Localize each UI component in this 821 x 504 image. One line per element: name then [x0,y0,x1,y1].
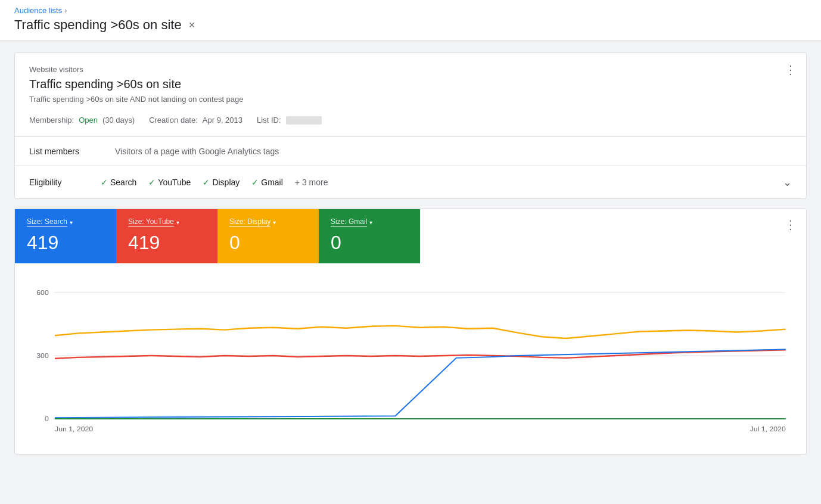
list-members-value: Visitors of a page with Google Analytics… [115,147,792,156]
stat-value-search: 419 [27,232,104,254]
eligibility-search: ✓ Search [101,178,136,187]
breadcrumb[interactable]: Audience lists › [14,6,807,15]
membership-days: (30 days) [102,116,135,125]
stat-tile-search[interactable]: Size: Search ▾ 419 [15,209,116,263]
stat-label-gmail: Size: Gmail ▾ [331,217,408,227]
breadcrumb-chevron-icon: › [64,7,67,15]
breadcrumb-label: Audience lists [14,6,62,15]
audience-card-body: ⋮ Website visitors Traffic spending >60s… [15,53,806,136]
stat-label-display: Size: Display ▾ [229,217,307,227]
chart-svg: 600 300 0 Jun 1, 2020 Jul 1, 2020 [29,275,792,436]
stat-tile-youtube[interactable]: Size: YouTube ▾ 419 [116,209,217,263]
search-size-line [55,326,786,338]
eligibility-display-label: Display [212,178,240,187]
eligibility-expand-icon[interactable]: ⌄ [783,176,792,189]
check-display-icon: ✓ [203,178,210,187]
svg-text:0: 0 [45,415,49,423]
audience-info-card: ⋮ Website visitors Traffic spending >60s… [14,52,807,199]
more-eligibility-label: + 3 more [295,178,328,187]
eligibility-search-label: Search [110,178,136,187]
stat-value-youtube: 419 [128,232,206,254]
chart-area: 600 300 0 Jun 1, 2020 Jul 1, 2020 [15,263,806,454]
youtube-size-line [55,350,786,358]
membership-status: Open [79,116,98,125]
stat-value-gmail: 0 [331,232,408,254]
svg-text:Jun 1, 2020: Jun 1, 2020 [55,425,94,434]
check-youtube-icon: ✓ [148,178,156,187]
check-gmail-icon: ✓ [251,178,259,187]
list-members-row: List members Visitors of a page with Goo… [15,136,806,166]
svg-text:600: 600 [36,288,49,297]
stats-card: Size: Search ▾ 419 Size: YouTube ▾ 419 S… [14,209,807,455]
main-content: ⋮ Website visitors Traffic spending >60s… [0,41,821,466]
stats-more-button[interactable]: ⋮ [785,217,797,232]
creation-date: Apr 9, 2013 [203,116,242,125]
stat-label-youtube: Size: YouTube ▾ [128,217,206,227]
display-size-line [55,349,786,418]
list-id-label: List ID: [257,116,281,125]
check-search-icon: ✓ [101,178,108,187]
eligibility-gmail-label: Gmail [261,178,283,187]
page-header: Audience lists › Traffic spending >60s o… [0,0,821,41]
page-title-row: Traffic spending >60s on site × [14,17,807,33]
eligibility-gmail: ✓ Gmail [251,178,283,187]
stat-label-search: Size: Search ▾ [27,217,104,227]
eligibility-items: ✓ Search ✓ YouTube ✓ Display ✓ Gmail + 3… [101,178,783,187]
audience-title: Traffic spending >60s on site [29,77,792,91]
eligibility-display: ✓ Display [203,178,240,187]
audience-type-label: Website visitors [29,65,792,74]
eligibility-youtube-label: YouTube [158,178,191,187]
stat-dropdown-youtube-icon: ▾ [176,219,179,226]
stat-tile-gmail[interactable]: Size: Gmail ▾ 0 [319,209,420,263]
stat-tile-display[interactable]: Size: Display ▾ 0 [217,209,319,263]
stats-header: Size: Search ▾ 419 Size: YouTube ▾ 419 S… [15,209,806,263]
membership-label: Membership: [29,116,74,125]
svg-text:300: 300 [36,351,49,360]
list-id-value [286,116,322,125]
list-members-label: List members [29,147,101,156]
page-title: Traffic spending >60s on site [14,17,182,33]
audience-description: Traffic spending >60s on site AND not la… [29,95,792,104]
stat-dropdown-display-icon: ▾ [273,219,276,226]
eligibility-youtube: ✓ YouTube [148,178,191,187]
audience-more-button[interactable]: ⋮ [785,63,797,77]
eligibility-row: Eligibility ✓ Search ✓ YouTube ✓ Display… [15,166,806,198]
close-icon[interactable]: × [189,19,195,32]
audience-meta: Membership: Open (30 days) Creation date… [29,116,792,125]
svg-text:Jul 1, 2020: Jul 1, 2020 [750,425,786,434]
creation-label: Creation date: [149,116,198,125]
eligibility-label: Eligibility [29,178,101,187]
stat-value-display: 0 [229,232,307,254]
stat-dropdown-gmail-icon: ▾ [369,219,372,226]
stat-dropdown-search-icon: ▾ [70,219,73,226]
